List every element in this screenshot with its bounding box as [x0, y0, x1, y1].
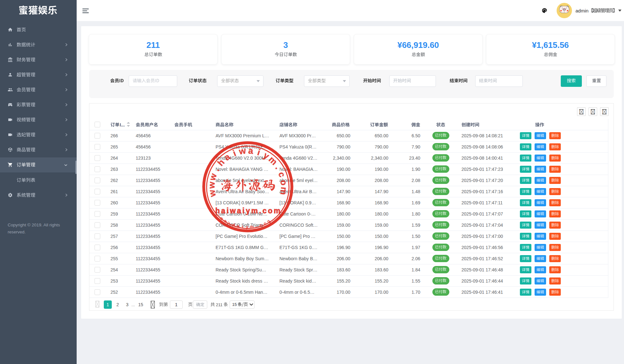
svg-text:i: i	[256, 147, 262, 157]
svg-text:a: a	[236, 223, 240, 228]
svg-text:.: .	[211, 166, 221, 173]
svg-text:w: w	[207, 181, 217, 189]
svg-text:m: m	[278, 186, 289, 195]
svg-text:i: i	[232, 148, 238, 158]
svg-text:a: a	[222, 151, 232, 163]
svg-text:.: .	[273, 163, 283, 171]
svg-text:o: o	[278, 179, 289, 186]
svg-text:c: c	[259, 222, 263, 228]
svg-text:w: w	[238, 146, 247, 156]
svg-text:haiwaiym.com: haiwaiym.com	[215, 207, 282, 215]
svg-text:m: m	[250, 224, 254, 229]
svg-text:c: c	[277, 171, 287, 178]
svg-text:w: w	[207, 189, 218, 198]
svg-text:h: h	[216, 157, 226, 168]
svg-text:a: a	[248, 146, 254, 156]
svg-text:w: w	[207, 172, 219, 182]
svg-text:y: y	[246, 224, 248, 229]
svg-text:i: i	[242, 224, 244, 229]
